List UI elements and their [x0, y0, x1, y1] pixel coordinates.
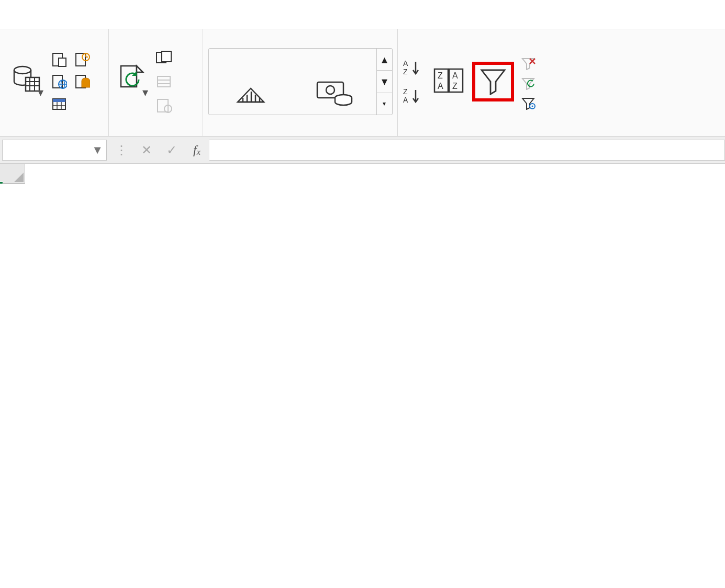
group-get-transform: ▾: [0, 29, 109, 136]
sort-button[interactable]: ZA AZ: [428, 65, 469, 98]
svg-text:A: A: [403, 96, 408, 104]
get-data-button[interactable]: ▾: [4, 63, 47, 100]
svg-text:Z: Z: [403, 87, 408, 96]
funnel-icon: [477, 66, 509, 95]
svg-text:A: A: [452, 71, 458, 80]
data-types-gallery: ▴ ▾ ▾: [208, 48, 393, 115]
svg-rect-24: [162, 51, 171, 62]
currencies-icon: [314, 77, 355, 107]
filter-button[interactable]: [472, 62, 514, 101]
edit-links-icon[interactable]: [154, 96, 173, 115]
reapply-icon: [520, 76, 536, 90]
reapply-button[interactable]: [520, 76, 540, 90]
group-data-types: ▴ ▾ ▾: [203, 29, 398, 136]
get-transform-small-icons: [50, 50, 92, 113]
chevron-down-icon[interactable]: ▼: [92, 143, 103, 157]
cancel-formula-button[interactable]: ✕: [134, 140, 159, 161]
formula-bar: ▼ ⋮ ✕ ✓ fx: [0, 137, 725, 164]
from-table-icon[interactable]: [50, 94, 69, 113]
chevron-down-icon: ▾: [142, 86, 148, 99]
database-icon: [11, 64, 40, 93]
svg-text:A: A: [403, 59, 408, 67]
svg-point-37: [326, 86, 334, 94]
formula-vdots[interactable]: ⋮: [109, 140, 134, 161]
group-label: [402, 131, 721, 136]
spreadsheet-grid[interactable]: [0, 164, 725, 184]
svg-text:A: A: [438, 82, 443, 91]
sort-desc-button[interactable]: ZA: [402, 87, 422, 105]
advanced-icon: [520, 96, 536, 110]
svg-point-54: [532, 106, 533, 107]
group-sort-filter: AZ ZA ZA AZ: [398, 29, 725, 136]
gallery-more[interactable]: ▾: [377, 93, 392, 115]
formula-input[interactable]: [209, 140, 725, 161]
ribbon: ▾ ▾: [0, 29, 725, 137]
gallery-scroll: ▴ ▾ ▾: [376, 49, 392, 115]
select-all-corner[interactable]: [0, 164, 25, 184]
advanced-button[interactable]: [520, 96, 540, 110]
clear-button[interactable]: [520, 56, 540, 70]
properties-icon[interactable]: [154, 72, 173, 91]
svg-text:Z: Z: [403, 67, 408, 76]
svg-rect-1: [26, 77, 39, 91]
stocks-icon: [232, 77, 269, 107]
enter-formula-button[interactable]: ✓: [159, 140, 184, 161]
stocks-type[interactable]: [209, 49, 293, 115]
ribbon-tabs: [0, 0, 725, 29]
sort-icon: ZA AZ: [431, 66, 466, 95]
from-text-icon[interactable]: [50, 50, 69, 69]
gallery-down[interactable]: ▾: [377, 71, 392, 93]
refresh-all-button[interactable]: ▾: [113, 63, 151, 100]
chevron-down-icon: ▾: [38, 86, 43, 99]
svg-text:Z: Z: [452, 82, 458, 91]
sort-asc-button[interactable]: AZ: [402, 59, 422, 76]
currencies-type[interactable]: [293, 49, 376, 115]
clear-icon: [520, 56, 536, 70]
svg-rect-18: [53, 99, 65, 102]
group-queries: ▾: [109, 29, 203, 136]
insert-function-button[interactable]: fx: [184, 140, 209, 161]
group-label: [4, 131, 104, 136]
name-box[interactable]: ▼: [2, 140, 107, 161]
from-web-icon[interactable]: [50, 72, 69, 91]
svg-rect-25: [158, 76, 170, 87]
svg-point-0: [14, 66, 31, 74]
group-label: [113, 131, 198, 136]
group-label: [207, 131, 393, 136]
svg-rect-7: [59, 58, 66, 66]
recent-sources-icon[interactable]: [73, 50, 92, 69]
queries-icon[interactable]: [154, 48, 173, 67]
gallery-up[interactable]: ▴: [377, 49, 392, 71]
existing-connections-icon[interactable]: [73, 72, 92, 91]
svg-text:Z: Z: [438, 71, 443, 80]
